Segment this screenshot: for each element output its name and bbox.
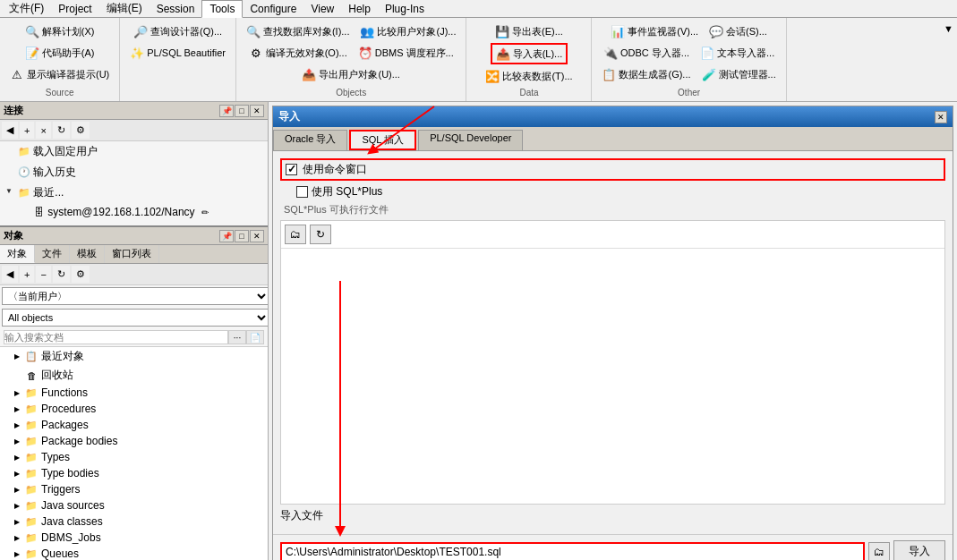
search-more-btn[interactable]: ··· [228, 330, 246, 344]
tree-item-queues[interactable]: ▶ 📁 Queues [0, 546, 268, 560]
conn-refresh-btn[interactable]: ↻ [53, 122, 70, 139]
tree-item-types[interactable]: ▶ 📁 Types [0, 449, 268, 465]
toolbar-expand-btn[interactable]: ▼ [939, 20, 955, 38]
import-execute-btn[interactable]: 导入 [893, 540, 945, 560]
file-path-input[interactable] [280, 542, 865, 561]
menu-plugins[interactable]: Plug-Ins [378, 1, 432, 17]
menu-project[interactable]: Project [51, 1, 98, 17]
text-import-icon: 📄 [700, 46, 714, 60]
tree-item-triggers[interactable]: ▶ 📁 Triggers [0, 481, 268, 497]
trigger-expand-icon: ▶ [14, 486, 20, 494]
obj-settings-btn[interactable]: ⚙ [72, 266, 90, 283]
import-table-btn[interactable]: 📤 导入表(L)... [491, 43, 568, 64]
menu-configure[interactable]: Configure [243, 1, 303, 17]
tree-item-packages[interactable]: ▶ 📁 Packages [0, 417, 268, 433]
find-db-objects-btn[interactable]: 🔍 查找数据库对象(I)... [242, 21, 355, 41]
compile-invalid-btn[interactable]: ⚙ 编译无效对象(O)... [244, 43, 352, 63]
conn-settings-btn[interactable]: ⚙ [72, 122, 90, 139]
tree-item-java-sources[interactable]: ▶ 📁 Java sources [0, 497, 268, 513]
db-icon: 🗄 [32, 206, 45, 218]
use-sqlplus-checkbox[interactable] [296, 186, 308, 198]
conn-item-nancy[interactable]: 🗄 system@192.168.1.102/Nancy ✏ [0, 203, 268, 221]
tab-sql-insert[interactable]: SQL 插入 [349, 130, 416, 150]
tab-objects[interactable]: 对象 [0, 245, 35, 263]
session-btn[interactable]: 💬 会话(S)... [705, 21, 772, 41]
source-label: Source [46, 86, 74, 98]
compare-user-objects-btn[interactable]: 👥 比较用户对象(J)... [355, 21, 460, 41]
tree-item-java-classes[interactable]: ▶ 📁 Java classes [0, 513, 268, 530]
conn-pin-btn[interactable]: 📌 [219, 105, 234, 117]
search-input[interactable] [4, 330, 228, 344]
obj-add-btn[interactable]: + [20, 266, 34, 283]
all-objects-dropdown[interactable]: All objects [2, 309, 268, 327]
pkgbody-expand-icon: ▶ [14, 437, 20, 445]
java-sources-icon: 📁 [25, 499, 38, 512]
tree-item-recent[interactable]: ▶ 📋 最近对象 [0, 347, 268, 366]
export-table-btn[interactable]: 💾 导出表(E)... [491, 21, 568, 41]
tree-item-functions[interactable]: ▶ 📁 Functions [0, 385, 268, 401]
conn-item-recent[interactable]: 📁 最近... [0, 182, 268, 203]
typebody-expand-icon: ▶ [14, 470, 20, 478]
tree-item-procedures[interactable]: ▶ 📁 Procedures [0, 401, 268, 417]
menu-file[interactable]: 文件(F) [2, 0, 51, 18]
conn-remove-btn[interactable]: × [36, 122, 50, 139]
source-group: 🔍 解释计划(X) 📝 代码助手(A) ⚠ 显示编译器提示(U) Source [0, 18, 120, 101]
compiler-hint-btn[interactable]: ⚠ 显示编译器提示(U) [5, 64, 114, 84]
browse-btn[interactable]: 🗂 [868, 542, 890, 561]
text-import-btn[interactable]: 📄 文本导入器... [696, 43, 779, 63]
type-bodies-icon: 📁 [25, 467, 38, 479]
menu-tools[interactable]: Tools [201, 0, 243, 18]
tree-item-dbms-jobs[interactable]: ▶ 📁 DBMS_Jobs [0, 530, 268, 546]
menu-view[interactable]: View [303, 1, 341, 17]
tab-templates[interactable]: 模板 [70, 245, 105, 263]
content-open-btn[interactable]: 🗂 [285, 225, 306, 244]
import-table-icon: 📤 [496, 47, 510, 61]
menu-session[interactable]: Session [150, 1, 202, 17]
current-user-dropdown[interactable]: 〈当前用户〉 [2, 287, 268, 305]
event-monitor-btn[interactable]: 📊 事件监视器(V)... [606, 21, 703, 41]
conn-back-btn[interactable]: ◀ [2, 122, 18, 139]
sqlplus-file-label: SQL*Plus 可执行行文件 [284, 203, 389, 216]
tab-files[interactable]: 文件 [35, 245, 70, 263]
dbms-scheduler-btn[interactable]: ⏰ DBMS 调度程序... [354, 43, 458, 63]
explain-plan-btn[interactable]: 🔍 解释计划(X) [21, 21, 99, 41]
use-cmd-window-checkbox[interactable] [286, 164, 297, 175]
tree-item-recycle[interactable]: ▶ 🗑 回收站 [0, 366, 268, 385]
obj-back-btn[interactable]: ◀ [2, 266, 18, 283]
content-refresh-btn[interactable]: ↻ [310, 225, 331, 244]
compare-table-data-btn[interactable]: 🔀 比较表数据(T)... [481, 66, 577, 86]
import-close-btn[interactable]: ✕ [935, 111, 947, 123]
menu-edit[interactable]: 编辑(E) [99, 0, 150, 18]
obj-close-btn[interactable]: ✕ [250, 230, 264, 242]
obj-pin-btn[interactable]: 📌 [219, 230, 234, 242]
tab-plsql-developer[interactable]: PL/SQL Developer [418, 130, 523, 150]
obj-remove-btn[interactable]: − [36, 266, 50, 283]
source-label2 [176, 86, 179, 98]
compare-data-icon: 🔀 [485, 69, 500, 83]
tab-oracle-import[interactable]: Oracle 导入 [273, 130, 347, 150]
beautifier-btn[interactable]: ✨ PL/SQL Beautifier [125, 43, 230, 63]
code-assistant-btn[interactable]: 📝 代码助手(A) [21, 43, 99, 63]
odbc-import-btn[interactable]: 🔌 ODBC 导入器... [599, 43, 694, 63]
tab-windows[interactable]: 窗口列表 [105, 245, 159, 263]
test-manager-btn[interactable]: 🧪 测试管理器... [697, 64, 781, 84]
search-new-btn[interactable]: 📄 [246, 330, 264, 344]
object-panel: 对象 📌 □ ✕ 对象 文件 模板 窗口列表 ◀ + − ↻ ⚙ [0, 227, 268, 560]
javacls-expand-icon: ▶ [14, 518, 20, 526]
menu-help[interactable]: Help [341, 1, 378, 17]
conn-item-fixed-user[interactable]: 📁 载入固定用户 [0, 141, 268, 162]
conn-item-history[interactable]: 🕐 输入历史 [0, 162, 268, 182]
tree-item-type-bodies[interactable]: ▶ 📁 Type bodies [0, 465, 268, 481]
code-icon: 📝 [25, 46, 39, 60]
tree-item-package-bodies[interactable]: ▶ 📁 Package bodies [0, 433, 268, 449]
export-user-objects-btn[interactable]: 📤 导出用户对象(U)... [297, 64, 404, 84]
obj-float-btn[interactable]: □ [235, 230, 249, 242]
data-generator-btn[interactable]: 📋 数据生成器(G)... [597, 64, 695, 84]
obj-refresh-btn[interactable]: ↻ [53, 266, 70, 283]
package-bodies-icon: 📁 [25, 435, 38, 447]
query-designer-btn[interactable]: 🔎 查询设计器(Q)... [129, 21, 226, 41]
conn-add-btn[interactable]: + [20, 122, 34, 139]
conn-float-btn[interactable]: □ [235, 105, 249, 117]
content-toolbar: 🗂 ↻ [281, 221, 944, 249]
conn-close-btn[interactable]: ✕ [250, 105, 264, 117]
